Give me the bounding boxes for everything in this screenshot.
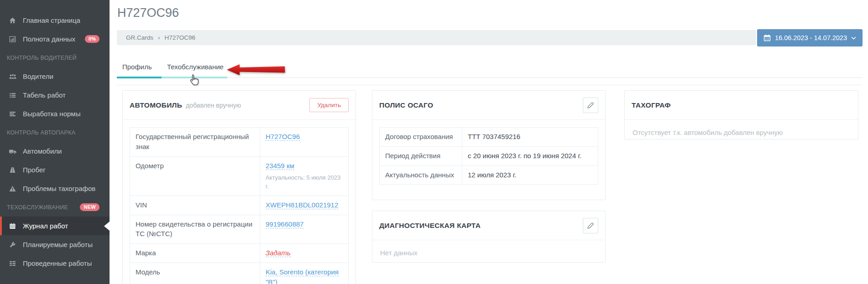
rows-icon: [8, 110, 17, 118]
model-link[interactable]: Kia, Sorento (категория "B"): [266, 268, 339, 284]
main-content: Н727ОС96 GR.Cards › Н727ОС96 16.06.2023 …: [110, 0, 868, 284]
divider: [372, 119, 605, 120]
sidebar-item-label: Автомобили: [23, 147, 62, 155]
table-row: Марка Задать: [130, 244, 349, 263]
table-row: Актуальность данных 12 июля 2023 г.: [380, 165, 598, 185]
tachograph-card-header: ТАХОГРАФ: [632, 91, 851, 119]
plate-number-link[interactable]: Н727ОС96: [266, 133, 300, 141]
calendar-icon: [763, 34, 771, 41]
sidebar-item-label: Полнота данных: [23, 35, 75, 43]
odometer-note: Актуальность: 5 июля 2023 г.: [266, 174, 343, 191]
edit-osago-button[interactable]: [583, 98, 598, 113]
tab-indicator-active: [117, 77, 162, 78]
pencil-icon: [587, 222, 594, 229]
sidebar-item-label: Планируемые работы: [23, 241, 93, 248]
osago-table: Договор страхования ТТТ 7037459216 Перио…: [379, 127, 598, 185]
header-row: GR.Cards › Н727ОС96 16.06.2023 - 14.07.2…: [117, 29, 863, 46]
wrench-icon: [8, 241, 17, 248]
row-value: с 20 июня 2023 г. по 19 июня 2024 г.: [462, 146, 598, 165]
tab-profile[interactable]: Профиль: [117, 59, 162, 77]
vehicle-card-header: АВТОМОБИЛЬ добавлен вручную Удалить: [130, 91, 349, 119]
edit-diagnostic-button[interactable]: [583, 218, 598, 233]
sidebar-item-label: Главная страница: [23, 16, 80, 24]
table-row: Период действия с 20 июня 2023 г. по 19 …: [380, 146, 598, 165]
sidebar-item-label: Проблемы тахографов: [23, 185, 95, 192]
section-label: ТЕХОБСЛУЖИВАНИЕ: [7, 204, 68, 211]
sidebar-item-home[interactable]: Главная страница: [0, 11, 110, 30]
percent-badge: 0%: [85, 35, 99, 43]
sidebar-item-label: Выработка нормы: [23, 110, 80, 118]
osago-card-header: ПОЛИС ОСАГО: [379, 91, 598, 119]
sidebar-item-label: Табель работ: [23, 91, 66, 99]
row-label: Модель: [130, 263, 260, 284]
sidebar-item-label: Проведенные работы: [23, 259, 92, 267]
row-value: 12 июля 2023 г.: [462, 165, 598, 185]
delete-button[interactable]: Удалить: [309, 98, 349, 112]
date-range-label: 16.06.2023 - 14.07.2023: [775, 34, 847, 41]
row-label: Договор страхования: [380, 128, 462, 147]
calendar-icon: [8, 222, 17, 230]
sidebar-item-data-completeness[interactable]: Полнота данных 0%: [0, 30, 110, 48]
diagnostic-empty-text: Нет данных: [379, 240, 598, 265]
sidebar-item-mileage[interactable]: Пробег: [0, 160, 110, 179]
sidebar-item-timesheet[interactable]: Табель работ: [0, 86, 110, 104]
row-label: Номер свидетельства о регистрации ТС (№С…: [130, 215, 260, 244]
cursor-hand-icon: [188, 74, 200, 90]
tachograph-card-title: ТАХОГРАФ: [632, 101, 671, 109]
row-value: ТТТ 7037459216: [462, 128, 598, 147]
diagnostic-card: ДИАГНОСТИЧЕСКАЯ КАРТА Нет данных: [372, 211, 606, 263]
tab-indicator-rest: [227, 77, 863, 78]
sidebar-item-label: Водители: [23, 72, 53, 80]
tachograph-empty-text: Отсутствует т.к. автомобиль добавлен вру…: [632, 120, 851, 145]
row-label: Актуальность данных: [380, 165, 462, 185]
tasks-icon: [8, 260, 17, 267]
sidebar-section-maintenance: ТЕХОБСЛУЖИВАНИЕ NEW: [0, 198, 110, 217]
odometer-link[interactable]: 23459 км: [266, 162, 294, 170]
row-label: Период действия: [380, 146, 462, 165]
sidebar-item-planned-works[interactable]: Планируемые работы: [0, 235, 110, 254]
sidebar: Главная страница Полнота данных 0% КОНТР…: [0, 0, 110, 284]
table-row: Государственный регистрационный знак Н72…: [130, 128, 349, 157]
vehicle-card: АВТОМОБИЛЬ добавлен вручную Удалить Госу…: [122, 90, 356, 284]
table-row: VIN XWEPH81BDL0021912: [130, 196, 349, 215]
sidebar-item-drivers[interactable]: Водители: [0, 67, 110, 86]
section-label: КОНТРОЛЬ АВТОПАРКА: [7, 129, 75, 136]
table-row: Договор страхования ТТТ 7037459216: [380, 128, 598, 147]
date-range-button[interactable]: 16.06.2023 - 14.07.2023: [757, 29, 863, 46]
sidebar-item-vehicles[interactable]: Автомобили: [0, 142, 110, 160]
sidebar-item-work-journal[interactable]: Журнал работ: [0, 217, 110, 235]
truck-icon: [8, 148, 17, 155]
vehicle-table: Государственный регистрационный знак Н72…: [130, 127, 349, 284]
diagnostic-card-header: ДИАГНОСТИЧЕСКАЯ КАРТА: [379, 211, 598, 240]
table-row: Модель Kia, Sorento (категория "B"): [130, 263, 349, 284]
sidebar-item-label: Журнал работ: [23, 222, 68, 230]
divider: [123, 119, 356, 120]
sidebar-section-fleet-control: КОНТРОЛЬ АВТОПАРКА: [0, 123, 110, 142]
sidebar-item-completed-works[interactable]: Проведенные работы: [0, 254, 110, 273]
sts-number-link[interactable]: 9919660887: [266, 220, 303, 228]
pencil-icon: [587, 102, 594, 108]
section-label: КОНТРОЛЬ ВОДИТЕЛЕЙ: [7, 55, 77, 61]
users-icon: [8, 73, 17, 80]
sidebar-section-partial: КОНТРОЛЬ: [0, 281, 110, 284]
vin-link[interactable]: XWEPH81BDL0021912: [266, 201, 338, 209]
sidebar-item-norm-output[interactable]: Выработка нормы: [0, 104, 110, 123]
chevron-down-icon: [851, 36, 856, 40]
row-label: VIN: [130, 196, 260, 215]
breadcrumb-current: Н727ОС96: [165, 34, 196, 41]
row-label: Государственный регистрационный знак: [130, 128, 260, 157]
vehicle-card-subtitle: добавлен вручную: [186, 102, 241, 109]
sidebar-section-driver-control: КОНТРОЛЬ ВОДИТЕЛЕЙ: [0, 48, 110, 67]
sidebar-item-tachograph-problems[interactable]: Проблемы тахографов: [0, 179, 110, 198]
row-label: Одометр: [130, 156, 260, 196]
set-brand-link[interactable]: Задать: [266, 249, 291, 257]
sidebar-nav: Главная страница Полнота данных 0% КОНТР…: [0, 0, 110, 273]
breadcrumb-separator: ›: [158, 34, 160, 41]
road-icon: [8, 166, 17, 174]
breadcrumb-link-grcards[interactable]: GR.Cards: [126, 34, 153, 41]
tachograph-card: ТАХОГРАФ Отсутствует т.к. автомобиль доб…: [624, 90, 858, 139]
home-icon: [8, 17, 17, 24]
vehicle-card-title: АВТОМОБИЛЬ: [130, 101, 182, 109]
table-row: Номер свидетельства о регистрации ТС (№С…: [130, 215, 349, 244]
row-label: Марка: [130, 244, 260, 263]
